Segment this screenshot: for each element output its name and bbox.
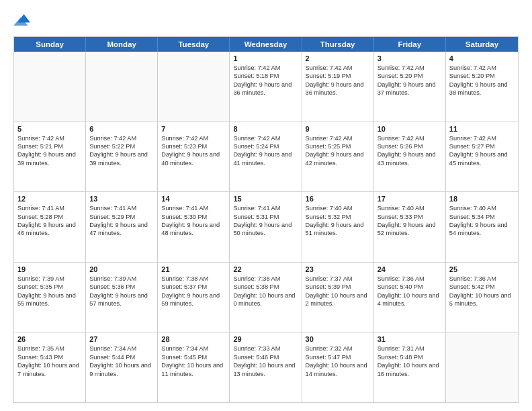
cell-content: Sunrise: 7:41 AM Sunset: 5:29 PM Dayligh… xyxy=(89,204,154,238)
cell-content: Sunrise: 7:35 AM Sunset: 5:43 PM Dayligh… xyxy=(17,345,82,378)
calendar-cell: 20Sunrise: 7:39 AM Sunset: 5:36 PM Dayli… xyxy=(86,263,158,332)
cell-content: Sunrise: 7:42 AM Sunset: 5:23 PM Dayligh… xyxy=(161,134,226,168)
calendar-cell: 2Sunrise: 7:42 AM Sunset: 5:19 PM Daylig… xyxy=(302,52,374,122)
calendar-cell xyxy=(158,52,230,122)
calendar-cell: 25Sunrise: 7:36 AM Sunset: 5:42 PM Dayli… xyxy=(446,263,518,332)
cell-content: Sunrise: 7:42 AM Sunset: 5:20 PM Dayligh… xyxy=(449,64,515,97)
cell-content: Sunrise: 7:37 AM Sunset: 5:39 PM Dayligh… xyxy=(306,275,370,308)
calendar: SundayMondayTuesdayWednesdayThursdayFrid… xyxy=(13,36,519,403)
calendar-row-5: 26Sunrise: 7:35 AM Sunset: 5:43 PM Dayli… xyxy=(14,332,518,402)
calendar-cell: 28Sunrise: 7:34 AM Sunset: 5:45 PM Dayli… xyxy=(158,332,230,402)
day-number: 15 xyxy=(233,195,298,203)
day-number: 8 xyxy=(233,125,298,133)
cell-content: Sunrise: 7:34 AM Sunset: 5:44 PM Dayligh… xyxy=(89,345,154,378)
calendar-cell: 17Sunrise: 7:40 AM Sunset: 5:33 PM Dayli… xyxy=(374,192,446,262)
day-number: 9 xyxy=(306,125,370,133)
cell-content: Sunrise: 7:42 AM Sunset: 5:24 PM Dayligh… xyxy=(233,134,298,168)
day-number: 17 xyxy=(378,195,442,203)
day-number: 3 xyxy=(378,54,442,62)
cell-content: Sunrise: 7:42 AM Sunset: 5:22 PM Dayligh… xyxy=(89,134,154,168)
day-number: 12 xyxy=(17,195,82,203)
cell-content: Sunrise: 7:40 AM Sunset: 5:33 PM Dayligh… xyxy=(378,204,442,238)
calendar-cell: 7Sunrise: 7:42 AM Sunset: 5:23 PM Daylig… xyxy=(158,122,230,192)
calendar-cell: 30Sunrise: 7:32 AM Sunset: 5:47 PM Dayli… xyxy=(302,332,374,402)
day-number: 1 xyxy=(233,54,298,62)
calendar-row-2: 5Sunrise: 7:42 AM Sunset: 5:21 PM Daylig… xyxy=(14,122,518,192)
calendar-cell: 21Sunrise: 7:38 AM Sunset: 5:37 PM Dayli… xyxy=(158,263,230,332)
calendar-cell: 5Sunrise: 7:42 AM Sunset: 5:21 PM Daylig… xyxy=(14,122,86,192)
calendar-cell: 23Sunrise: 7:37 AM Sunset: 5:39 PM Dayli… xyxy=(302,263,374,332)
cell-content: Sunrise: 7:36 AM Sunset: 5:40 PM Dayligh… xyxy=(378,275,442,308)
calendar-cell: 12Sunrise: 7:41 AM Sunset: 5:28 PM Dayli… xyxy=(14,192,86,262)
calendar-cell: 31Sunrise: 7:31 AM Sunset: 5:48 PM Dayli… xyxy=(374,332,446,402)
day-number: 6 xyxy=(89,125,154,133)
calendar-cell: 10Sunrise: 7:42 AM Sunset: 5:26 PM Dayli… xyxy=(374,122,446,192)
day-number: 21 xyxy=(161,265,226,273)
logo xyxy=(13,12,35,31)
day-header-tuesday: Tuesday xyxy=(158,37,230,52)
day-number: 22 xyxy=(233,265,298,273)
calendar-cell: 15Sunrise: 7:41 AM Sunset: 5:31 PM Dayli… xyxy=(230,192,302,262)
calendar-cell xyxy=(86,52,158,122)
day-number: 24 xyxy=(378,265,442,273)
day-header-wednesday: Wednesday xyxy=(230,37,302,52)
cell-content: Sunrise: 7:39 AM Sunset: 5:36 PM Dayligh… xyxy=(89,275,154,308)
calendar-cell: 19Sunrise: 7:39 AM Sunset: 5:35 PM Dayli… xyxy=(14,263,86,332)
day-number: 16 xyxy=(306,195,370,203)
cell-content: Sunrise: 7:42 AM Sunset: 5:25 PM Dayligh… xyxy=(306,134,370,168)
day-number: 30 xyxy=(306,335,370,343)
day-number: 18 xyxy=(449,195,515,203)
calendar-cell: 9Sunrise: 7:42 AM Sunset: 5:25 PM Daylig… xyxy=(302,122,374,192)
day-number: 10 xyxy=(378,125,442,133)
calendar-cell xyxy=(446,332,518,402)
day-number: 19 xyxy=(17,265,82,273)
calendar-body: 1Sunrise: 7:42 AM Sunset: 5:18 PM Daylig… xyxy=(14,52,518,402)
calendar-cell xyxy=(14,52,86,122)
calendar-cell: 8Sunrise: 7:42 AM Sunset: 5:24 PM Daylig… xyxy=(230,122,302,192)
cell-content: Sunrise: 7:32 AM Sunset: 5:47 PM Dayligh… xyxy=(306,345,370,378)
day-number: 31 xyxy=(378,335,442,343)
calendar-row-3: 12Sunrise: 7:41 AM Sunset: 5:28 PM Dayli… xyxy=(14,191,518,262)
cell-content: Sunrise: 7:42 AM Sunset: 5:27 PM Dayligh… xyxy=(449,134,515,168)
day-number: 27 xyxy=(89,335,154,343)
calendar-cell: 24Sunrise: 7:36 AM Sunset: 5:40 PM Dayli… xyxy=(374,263,446,332)
cell-content: Sunrise: 7:42 AM Sunset: 5:21 PM Dayligh… xyxy=(17,134,82,168)
calendar-cell: 22Sunrise: 7:38 AM Sunset: 5:38 PM Dayli… xyxy=(230,263,302,332)
header xyxy=(13,12,519,31)
calendar-cell: 1Sunrise: 7:42 AM Sunset: 5:18 PM Daylig… xyxy=(230,52,302,122)
day-number: 11 xyxy=(449,125,515,133)
cell-content: Sunrise: 7:31 AM Sunset: 5:48 PM Dayligh… xyxy=(378,345,442,378)
cell-content: Sunrise: 7:42 AM Sunset: 5:26 PM Dayligh… xyxy=(378,134,442,168)
cell-content: Sunrise: 7:42 AM Sunset: 5:20 PM Dayligh… xyxy=(378,64,442,97)
calendar-cell: 29Sunrise: 7:33 AM Sunset: 5:46 PM Dayli… xyxy=(230,332,302,402)
day-number: 14 xyxy=(161,195,226,203)
day-number: 4 xyxy=(449,54,515,62)
day-header-monday: Monday xyxy=(86,37,158,52)
cell-content: Sunrise: 7:41 AM Sunset: 5:28 PM Dayligh… xyxy=(17,204,82,238)
cell-content: Sunrise: 7:36 AM Sunset: 5:42 PM Dayligh… xyxy=(449,275,515,308)
day-header-sunday: Sunday xyxy=(14,37,86,52)
day-header-thursday: Thursday xyxy=(302,37,374,52)
calendar-cell: 13Sunrise: 7:41 AM Sunset: 5:29 PM Dayli… xyxy=(86,192,158,262)
day-number: 28 xyxy=(161,335,226,343)
day-number: 20 xyxy=(89,265,154,273)
day-number: 13 xyxy=(89,195,154,203)
page: SundayMondayTuesdayWednesdayThursdayFrid… xyxy=(0,0,532,411)
calendar-cell: 11Sunrise: 7:42 AM Sunset: 5:27 PM Dayli… xyxy=(446,122,518,192)
cell-content: Sunrise: 7:39 AM Sunset: 5:35 PM Dayligh… xyxy=(17,275,82,308)
cell-content: Sunrise: 7:41 AM Sunset: 5:31 PM Dayligh… xyxy=(233,204,298,238)
day-number: 5 xyxy=(17,125,82,133)
cell-content: Sunrise: 7:42 AM Sunset: 5:19 PM Dayligh… xyxy=(306,64,370,97)
cell-content: Sunrise: 7:41 AM Sunset: 5:30 PM Dayligh… xyxy=(161,204,226,238)
cell-content: Sunrise: 7:40 AM Sunset: 5:34 PM Dayligh… xyxy=(449,204,515,238)
day-number: 29 xyxy=(233,335,298,343)
day-header-friday: Friday xyxy=(374,37,446,52)
cell-content: Sunrise: 7:42 AM Sunset: 5:18 PM Dayligh… xyxy=(233,64,298,97)
cell-content: Sunrise: 7:38 AM Sunset: 5:38 PM Dayligh… xyxy=(233,275,298,308)
cell-content: Sunrise: 7:34 AM Sunset: 5:45 PM Dayligh… xyxy=(161,345,226,378)
calendar-cell: 14Sunrise: 7:41 AM Sunset: 5:30 PM Dayli… xyxy=(158,192,230,262)
calendar-header: SundayMondayTuesdayWednesdayThursdayFrid… xyxy=(14,37,518,52)
day-number: 2 xyxy=(306,54,370,62)
calendar-cell: 3Sunrise: 7:42 AM Sunset: 5:20 PM Daylig… xyxy=(374,52,446,122)
calendar-cell: 27Sunrise: 7:34 AM Sunset: 5:44 PM Dayli… xyxy=(86,332,158,402)
